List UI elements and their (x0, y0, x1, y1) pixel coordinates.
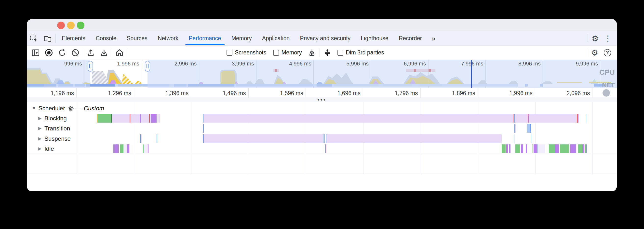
reload-record-button[interactable] (56, 46, 69, 59)
flame-bar[interactable] (521, 144, 523, 153)
ruler-label: 7,996 ms (428, 60, 486, 67)
flame-bar[interactable] (324, 134, 325, 143)
settings-gear-icon[interactable]: ⚙ (589, 32, 602, 45)
flame-bar[interactable] (515, 124, 516, 133)
flame-bar[interactable] (516, 144, 520, 153)
tab-lighthouse[interactable]: Lighthouse (356, 31, 394, 45)
memory-checkbox[interactable] (273, 50, 279, 56)
ruler-label: 6,996 ms (371, 60, 428, 67)
flame-bar[interactable] (530, 124, 531, 133)
tab-performance[interactable]: Performance (184, 31, 226, 45)
flame-bar[interactable] (534, 144, 537, 153)
flame-bar[interactable] (582, 144, 584, 153)
flame-bar[interactable] (114, 144, 114, 153)
flame-bar[interactable] (325, 144, 326, 153)
more-tabs-button[interactable]: » (427, 31, 439, 45)
flame-bar[interactable] (578, 114, 578, 123)
tab-network[interactable]: Network (153, 31, 184, 45)
flame-bar[interactable] (529, 114, 577, 123)
window-handle-left[interactable] (88, 61, 93, 72)
flame-bar[interactable] (130, 114, 140, 123)
flame-bar[interactable] (204, 134, 323, 143)
window-handle-right[interactable] (145, 61, 150, 72)
track-header-scheduler[interactable]: ▼ Scheduler — Custom (32, 105, 104, 112)
collapse-triangle-icon[interactable]: ▼ (32, 106, 36, 111)
flame-bar[interactable] (203, 124, 204, 133)
ruler-label: 3,996 ms (199, 60, 256, 67)
scrollbar-thumb[interactable] (602, 89, 610, 97)
flame-bar[interactable] (144, 144, 148, 153)
live-metrics-home-icon[interactable] (113, 46, 126, 59)
flame-bar[interactable] (114, 144, 118, 153)
tab-memory[interactable]: Memory (226, 31, 257, 45)
record-button[interactable] (42, 46, 56, 59)
flame-bar[interactable] (158, 114, 158, 123)
flame-bar[interactable] (120, 144, 124, 153)
tab-sources[interactable]: Sources (122, 31, 152, 45)
flame-bar[interactable] (141, 134, 142, 143)
dim-3rd-parties-checkbox[interactable] (338, 50, 343, 56)
flame-bar[interactable] (586, 144, 587, 153)
toggle-sidebar-icon[interactable] (29, 46, 42, 59)
upload-profile-icon[interactable] (84, 46, 98, 59)
track-title: Scheduler (38, 105, 65, 112)
ruler-label: 8,996 ms (486, 60, 543, 67)
flame-bar[interactable] (156, 134, 157, 143)
flame-bar[interactable] (159, 114, 160, 123)
pane-splitter[interactable]: ••• (27, 98, 617, 102)
minimize-window-button[interactable] (67, 21, 74, 29)
flame-bar[interactable] (112, 114, 130, 123)
flame-bar[interactable] (502, 144, 506, 153)
inspect-element-icon[interactable] (27, 31, 41, 45)
flame-bar[interactable] (526, 144, 527, 153)
flame-bar[interactable] (506, 144, 508, 153)
flame-bar[interactable] (127, 144, 129, 153)
zoom-window-button[interactable] (77, 21, 84, 29)
flame-bar[interactable] (323, 134, 324, 143)
flame-bar[interactable] (509, 144, 510, 153)
flame-bar[interactable] (586, 114, 586, 123)
tab-elements[interactable]: Elements (57, 31, 90, 45)
flame-bar[interactable] (560, 144, 569, 153)
flame-bar[interactable] (148, 144, 148, 153)
flame-bar[interactable] (538, 144, 545, 153)
flame-bar[interactable] (151, 114, 156, 123)
device-toolbar-icon[interactable] (41, 31, 54, 45)
kebab-menu-icon[interactable]: ⋮ (602, 32, 614, 45)
close-window-button[interactable] (57, 21, 65, 29)
flame-bar[interactable] (555, 144, 559, 153)
timeline-overview[interactable]: 996 ms1,996 ms2,996 ms3,996 ms4,996 ms5,… (27, 60, 617, 88)
collect-garbage-icon[interactable] (305, 46, 318, 59)
flame-bar[interactable] (124, 144, 127, 153)
tab-application[interactable]: Application (257, 31, 295, 45)
performance-toolbar: Screenshots Memory Dim 3rd parties (27, 46, 617, 60)
flame-bar[interactable] (204, 114, 513, 123)
capture-settings-gear-icon[interactable]: ⚙ (588, 46, 601, 59)
flame-bar[interactable] (527, 124, 530, 133)
tab-recorder[interactable]: Recorder (394, 31, 427, 45)
clear-recording-icon[interactable] (69, 46, 82, 59)
flame-bar[interactable] (549, 144, 555, 153)
ruler-label: 1,696 ms (306, 88, 363, 98)
help-icon[interactable]: ? (601, 46, 614, 59)
flame-bar[interactable] (532, 144, 533, 153)
flame-bar[interactable] (141, 114, 149, 123)
tab-console[interactable]: Console (90, 31, 122, 45)
flame-bar[interactable] (326, 134, 502, 143)
flame-bar[interactable] (515, 114, 528, 123)
download-profile-icon[interactable] (98, 46, 111, 59)
flame-bar[interactable] (157, 114, 158, 123)
flame-bar[interactable] (578, 144, 582, 153)
flame-bar[interactable] (98, 114, 111, 123)
ruler-label: 9,996 ms (543, 60, 600, 67)
timeline-playhead[interactable] (471, 60, 472, 88)
screenshots-checkbox[interactable] (226, 50, 232, 56)
flame-bar[interactable] (531, 134, 531, 143)
tab-privacy-and-security[interactable]: Privacy and security (295, 31, 356, 45)
collapse-flamechart-icon[interactable] (321, 46, 334, 59)
flame-bar[interactable] (585, 144, 586, 153)
flame-bar[interactable] (514, 134, 514, 143)
flame-bar[interactable] (570, 144, 576, 153)
flame-bar[interactable] (118, 144, 119, 153)
flamechart-area[interactable]: ▼ Scheduler — Custom ▶ Blocking ▶ Transi… (27, 102, 617, 191)
